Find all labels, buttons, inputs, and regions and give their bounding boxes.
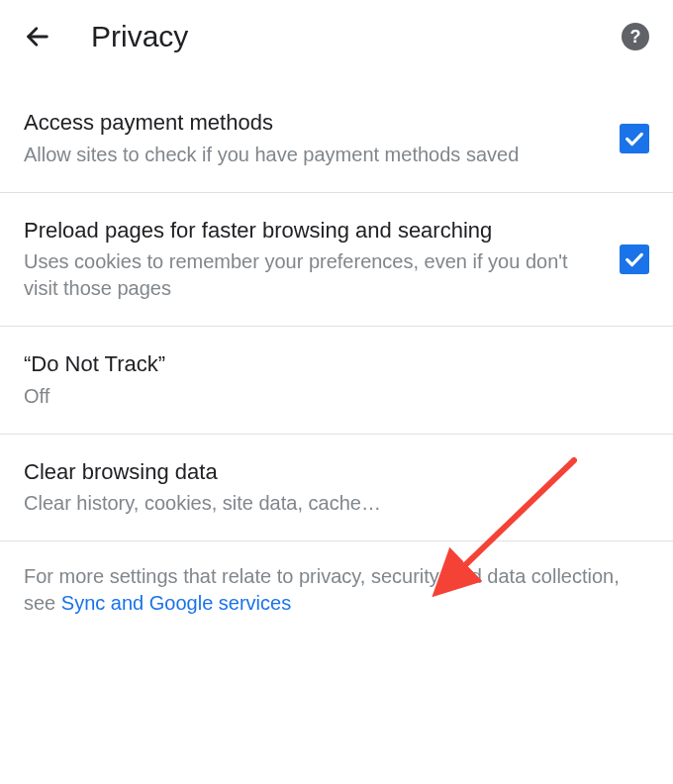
setting-clear-browsing-data[interactable]: Clear browsing data Clear history, cooki… bbox=[0, 435, 673, 542]
page-title: Privacy bbox=[91, 20, 582, 53]
back-button[interactable] bbox=[24, 23, 51, 50]
checkbox-payment[interactable] bbox=[620, 124, 649, 153]
checkmark-icon bbox=[624, 248, 645, 270]
setting-title: Preload pages for faster browsing and se… bbox=[24, 217, 604, 245]
setting-access-payment-methods[interactable]: Access payment methods Allow sites to ch… bbox=[0, 85, 673, 193]
setting-description: Allow sites to check if you have payment… bbox=[24, 142, 604, 168]
setting-title: Access payment methods bbox=[24, 109, 604, 138]
help-button[interactable]: ? bbox=[622, 23, 649, 50]
setting-description: Uses cookies to remember your preference… bbox=[24, 248, 604, 302]
setting-description: Clear history, cookies, site data, cache… bbox=[24, 490, 633, 517]
sync-services-link[interactable]: Sync and Google services bbox=[61, 592, 291, 614]
settings-list: Access payment methods Allow sites to ch… bbox=[0, 85, 673, 541]
setting-text: “Do Not Track” Off bbox=[24, 350, 649, 410]
setting-text: Access payment methods Allow sites to ch… bbox=[24, 109, 620, 168]
footer-note: For more settings that relate to privacy… bbox=[0, 541, 673, 638]
setting-description: Off bbox=[24, 383, 633, 410]
help-icon: ? bbox=[630, 27, 641, 48]
setting-text: Clear browsing data Clear history, cooki… bbox=[24, 458, 649, 518]
header: Privacy ? bbox=[0, 0, 673, 85]
setting-title: “Do Not Track” bbox=[24, 350, 633, 379]
setting-preload-pages[interactable]: Preload pages for faster browsing and se… bbox=[0, 193, 673, 328]
setting-title: Clear browsing data bbox=[24, 458, 633, 487]
checkmark-icon bbox=[624, 128, 645, 149]
arrow-back-icon bbox=[24, 23, 51, 50]
setting-do-not-track[interactable]: “Do Not Track” Off bbox=[0, 327, 673, 435]
checkbox-preload[interactable] bbox=[620, 245, 649, 274]
setting-text: Preload pages for faster browsing and se… bbox=[24, 217, 620, 303]
